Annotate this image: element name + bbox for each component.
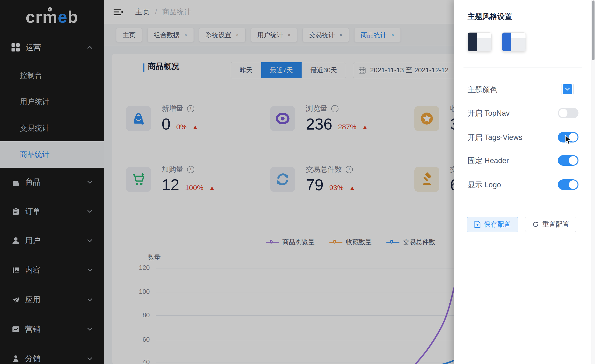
scrollbar-thumb[interactable] xyxy=(592,0,595,60)
theme-settings-drawer: 主题风格设置 主题颜色 开启 TopNav 开启 Tags-Views 固定 H… xyxy=(454,0,595,364)
save-file-icon xyxy=(474,221,481,228)
toggle-knob xyxy=(569,156,578,165)
color-swatch-blue xyxy=(563,84,572,94)
divider xyxy=(463,202,582,202)
chevron-down-icon xyxy=(565,88,570,91)
page-scrollbar xyxy=(591,0,595,364)
show-logo-label: 显示 Logo xyxy=(468,180,501,190)
divider xyxy=(463,68,582,68)
theme-color-select[interactable] xyxy=(561,83,574,95)
toggle-knob xyxy=(559,109,567,117)
topnav-toggle[interactable] xyxy=(558,108,579,118)
drawer-title: 主题风格设置 xyxy=(468,12,512,21)
modal-overlay[interactable] xyxy=(0,0,454,364)
save-config-button[interactable]: 保存配置 xyxy=(467,217,518,232)
toggle-knob xyxy=(569,180,578,189)
theme-thumb-body xyxy=(511,38,526,51)
crmeb-admin-app: crmeb 运营 控制台 用户统计 交易统计 商品统计 商品 xyxy=(0,0,595,364)
fixed-header-label: 固定 Header xyxy=(468,156,509,166)
mouse-cursor xyxy=(562,133,573,145)
theme-option-blue-sidebar[interactable] xyxy=(502,32,526,51)
topnav-label: 开启 TopNav xyxy=(468,108,510,118)
theme-thumb-sidebar xyxy=(502,33,511,51)
theme-option-dark-sidebar[interactable] xyxy=(468,32,491,51)
tags-views-label: 开启 Tags-Views xyxy=(468,133,522,142)
theme-thumb-body xyxy=(477,38,491,51)
theme-color-label: 主题颜色 xyxy=(468,85,497,95)
refresh-icon xyxy=(532,221,539,228)
fixed-header-toggle[interactable] xyxy=(558,155,579,166)
reset-config-button[interactable]: 重置配置 xyxy=(525,217,576,232)
show-logo-toggle[interactable] xyxy=(558,179,579,190)
theme-thumb-sidebar xyxy=(468,33,477,51)
